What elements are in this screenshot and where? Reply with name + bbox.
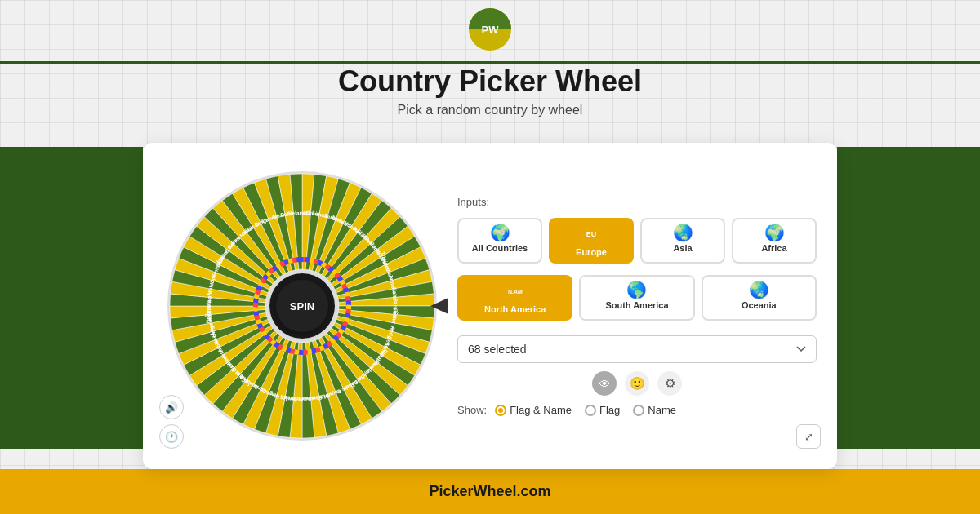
region-btn-north-america[interactable]: N.AM North America (457, 275, 572, 321)
logo[interactable]: PW (469, 8, 511, 51)
bottom-bar-text: PickerWheel.com (429, 483, 550, 500)
region-btn-all-countries[interactable]: 🌍 All Countries (457, 218, 542, 264)
svg-text:PW: PW (482, 24, 500, 36)
north-america-icon: N.AM (504, 281, 527, 302)
region-label-oceania: Oceania (742, 300, 777, 310)
radio-dot-name (633, 405, 644, 416)
page-title: Country Picker Wheel (0, 65, 980, 98)
wheel-container: CzechiaGreeceLithuaniaSerbiaMonacoUnited… (163, 167, 441, 445)
view-icon-btn[interactable]: 👁 (592, 371, 617, 396)
radio-dot-flag (585, 405, 596, 416)
inputs-label: Inputs: (457, 196, 817, 208)
region-label-south-america: South America (605, 300, 668, 310)
controls-panel: Inputs: 🌍 All Countries EU Europe 🌏 Asia… (457, 196, 817, 416)
radio-flag-and-name[interactable]: Flag & Name (495, 404, 572, 416)
radio-label-flag: Flag (599, 404, 620, 416)
svg-text:EU: EU (586, 230, 597, 238)
oceania-icon: 🌏 (749, 281, 769, 298)
side-bar-right (837, 147, 980, 449)
asia-icon: 🌏 (673, 224, 693, 241)
region-label-asia: Asia (673, 243, 692, 253)
wheel-arrow (430, 298, 448, 314)
radio-name[interactable]: Name (633, 404, 676, 416)
region-btn-europe[interactable]: EU Europe (549, 218, 634, 264)
history-button[interactable]: 🕐 (159, 424, 184, 449)
africa-icon: 🌍 (764, 224, 785, 241)
region-label-africa: Africa (761, 243, 786, 253)
region-grid-row1: 🌍 All Countries EU Europe 🌏 Asia 🌍 Afric… (457, 218, 817, 264)
region-grid-row2: N.AM North America 🌎 South America 🌏 Oce… (457, 275, 817, 321)
svg-rect-138 (296, 257, 303, 262)
region-btn-africa[interactable]: 🌍 Africa (732, 218, 817, 264)
region-label-europe: Europe (576, 247, 607, 257)
region-label-all: All Countries (472, 243, 528, 253)
fullscreen-button[interactable]: ⤢ (796, 424, 821, 449)
radio-label-name: Name (648, 404, 676, 416)
header: Country Picker Wheel Pick a random count… (0, 65, 980, 117)
smile-icon-btn[interactable]: 🙂 (625, 371, 649, 396)
show-label: Show: (457, 404, 487, 416)
page-subtitle: Pick a random country by wheel (0, 103, 980, 117)
region-btn-south-america[interactable]: 🌎 South America (579, 275, 694, 321)
settings-icon-btn[interactable]: ⚙ (657, 371, 682, 396)
side-controls: 🔊 🕐 (159, 395, 184, 449)
show-row: Show: Flag & Name Flag Name (457, 404, 817, 416)
spin-button[interactable]: SPIN (276, 280, 328, 332)
south-america-icon: 🌎 (626, 281, 647, 298)
radio-label-flag-name: Flag & Name (510, 404, 572, 416)
radio-dot-flag-name (495, 405, 506, 416)
region-label-north-america: North America (484, 304, 546, 314)
region-btn-oceania[interactable]: 🌏 Oceania (702, 275, 817, 321)
volume-button[interactable]: 🔊 (159, 395, 184, 419)
all-countries-icon: 🌍 (490, 224, 510, 241)
europe-icon: EU (580, 224, 603, 245)
region-btn-asia[interactable]: 🌏 Asia (640, 218, 725, 264)
show-radio-group: Flag & Name Flag Name (495, 404, 676, 416)
selected-dropdown[interactable]: 68 selected (457, 335, 817, 363)
action-icons: 👁 🙂 ⚙ (457, 371, 817, 396)
radio-flag[interactable]: Flag (585, 404, 620, 416)
main-card: CzechiaGreeceLithuaniaSerbiaMonacoUnited… (143, 143, 837, 469)
bottom-bar: PickerWheel.com (0, 469, 980, 514)
side-bar-left (0, 147, 143, 449)
svg-text:N.AM: N.AM (508, 289, 523, 295)
svg-text:Belarus: Belarus (288, 210, 309, 216)
